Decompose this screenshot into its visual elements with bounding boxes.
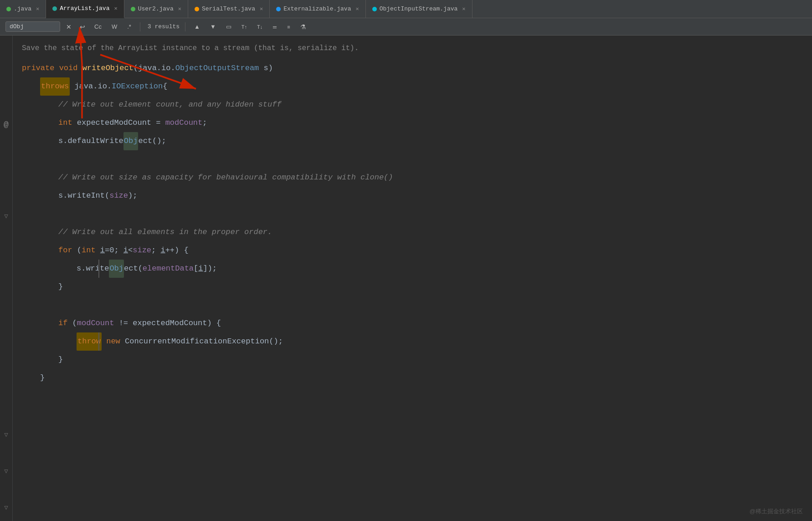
next-result-button[interactable]: ▼	[207, 22, 219, 31]
for-block-bar	[98, 260, 99, 278]
close-search-button[interactable]: ✕	[64, 22, 74, 31]
tab-label-externalizable: Externalizable.java	[283, 5, 351, 12]
indent	[22, 187, 58, 205]
cc-button[interactable]: Cc	[91, 22, 105, 31]
indent	[22, 351, 58, 369]
regex-button[interactable]: .*	[124, 22, 134, 31]
var-elementdata: elementData	[143, 260, 194, 278]
tab-objectinputstream[interactable]: ObjectInputStream.java ✕	[366, 0, 473, 18]
code-line-method-sig: private void writeObject (java.io. Objec…	[22, 59, 812, 77]
code-line-comment3: // Write out all elements in the proper …	[22, 223, 812, 241]
code-line-if-close: }	[22, 351, 812, 369]
comment2-text: // Write out size as capacity for behavi…	[58, 169, 393, 187]
code-line-writeobject: s.write Obj ect( elementData [ i ]);	[22, 260, 812, 278]
code-line-for: for ( int i =0; i < size ; i ++) {	[22, 241, 812, 260]
indent	[22, 369, 40, 387]
tab-close-objectinputstream[interactable]: ✕	[462, 5, 465, 12]
indent	[22, 332, 77, 351]
filter-btn2[interactable]: T↓	[254, 23, 266, 31]
keyword-new: new	[106, 332, 120, 351]
default-write-text: s.defaultWrite	[58, 132, 123, 150]
left-sidebar: @ ▽ ▽ ▽ ▽	[0, 36, 13, 521]
tab-user2[interactable]: User2.java ✕	[124, 0, 188, 18]
tab-label-arraylist: ArrayList.java	[60, 5, 109, 12]
if-block: throw new ConcurrentModificationExceptio…	[22, 332, 812, 351]
class-objectoutputstream: ObjectOutputStream	[175, 59, 259, 77]
indent	[22, 241, 58, 260]
code-area[interactable]: Save the state of the ArrayList instance…	[13, 36, 812, 521]
watermark: @稀土掘金技术社区	[750, 507, 803, 516]
separator2	[185, 22, 185, 31]
code-line-for-close: }	[22, 278, 812, 296]
code-line-throws: throws java.io. IOException {	[22, 77, 812, 96]
indent	[22, 77, 40, 96]
search-results: 3 results	[148, 23, 180, 30]
blank-line-1	[22, 150, 812, 169]
tab-label-objectinputstream: ObjectInputStream.java	[380, 5, 458, 12]
separator1	[140, 22, 140, 31]
blank-line-3	[22, 296, 812, 314]
tab-label-user2: User2.java	[138, 5, 174, 12]
undo-search-button[interactable]: ↩	[77, 22, 87, 31]
tab-close-externalizable[interactable]: ✕	[355, 5, 359, 12]
method-object-highlight2: Obj	[109, 260, 124, 278]
if-block-bar	[98, 332, 99, 351]
keyword-for: for	[58, 241, 72, 260]
var-i4: i	[198, 260, 203, 278]
fold-icon-1[interactable]: ▽	[2, 207, 11, 225]
code-line-comment2: // Write out size as capacity for behavi…	[22, 169, 812, 187]
indent	[22, 260, 77, 278]
code-line-comment1: // Write out element count, and any hidd…	[22, 96, 812, 114]
indent	[22, 223, 58, 241]
tab-close-arraylist[interactable]: ✕	[114, 5, 117, 12]
var-i3: i	[160, 241, 165, 260]
w-label: W	[112, 23, 117, 30]
search-input[interactable]	[5, 21, 60, 32]
filter-button[interactable]: ⚗	[297, 22, 309, 32]
var-size2: size	[133, 241, 151, 260]
var-i2: i	[123, 241, 128, 260]
filter-btn4[interactable]: ≡	[284, 23, 293, 31]
tab-close-java-file[interactable]: ✕	[36, 5, 39, 12]
tab-close-user2[interactable]: ✕	[178, 5, 181, 12]
code-line-method-close: }	[22, 369, 812, 387]
blank-line-2	[22, 205, 812, 223]
search-bar: ✕ ↩ Cc W .* 3 results ▲ ▼ ▭ T↑ T↓ ⚌ ≡ ⚗	[0, 18, 812, 36]
tab-arraylist[interactable]: ArrayList.java ✕	[46, 0, 124, 18]
fold-icon-2[interactable]: ▽	[2, 425, 11, 444]
indent	[22, 114, 58, 132]
tab-label-java-file: .java	[14, 5, 31, 12]
tab-serialtest[interactable]: SerialTest.java ✕	[188, 0, 270, 18]
tab-label-serialtest: SerialTest.java	[202, 5, 255, 12]
tab-dot-arraylist	[52, 6, 57, 11]
keyword-throw: throw	[77, 332, 102, 351]
prev-result-button[interactable]: ▲	[191, 22, 203, 31]
code-line-default-write: s.defaultWrite Obj ect();	[22, 132, 812, 150]
tab-externalizable[interactable]: Externalizable.java ✕	[270, 0, 365, 18]
filter-btn1[interactable]: T↑	[238, 23, 250, 31]
code-line-throw: throw new ConcurrentModificationExceptio…	[22, 332, 812, 351]
class-ioexception: IOException	[112, 77, 163, 96]
tab-dot-externalizable	[276, 7, 281, 11]
fold-icon-4[interactable]: ▽	[2, 498, 11, 516]
tab-dot-user2	[131, 7, 135, 11]
comment1-text: // Write out element count, and any hidd…	[58, 96, 282, 114]
cc-label: Cc	[94, 23, 102, 30]
var-i: i	[100, 241, 105, 260]
tab-java-file[interactable]: .java ✕	[0, 0, 46, 18]
doc-comment-text: Save the state of the ArrayList instance…	[22, 39, 359, 57]
fold-icon-3[interactable]: ▽	[2, 462, 11, 480]
tab-dot-serialtest	[195, 7, 199, 11]
tab-bar: .java ✕ ArrayList.java ✕ User2.java ✕ Se…	[0, 0, 812, 18]
toggle-view-button[interactable]: ▭	[223, 22, 235, 31]
indent	[22, 96, 58, 114]
keyword-void: void	[59, 59, 78, 77]
filter-btn3[interactable]: ⚌	[269, 22, 280, 31]
word-button[interactable]: W	[108, 22, 120, 31]
tab-close-serialtest[interactable]: ✕	[260, 5, 263, 12]
indent	[22, 169, 58, 187]
at-sign-icon: @	[2, 116, 11, 134]
keyword-throws: throws	[40, 77, 70, 96]
code-line-writeint: s.writeInt( size );	[22, 187, 812, 205]
indent	[22, 132, 58, 150]
